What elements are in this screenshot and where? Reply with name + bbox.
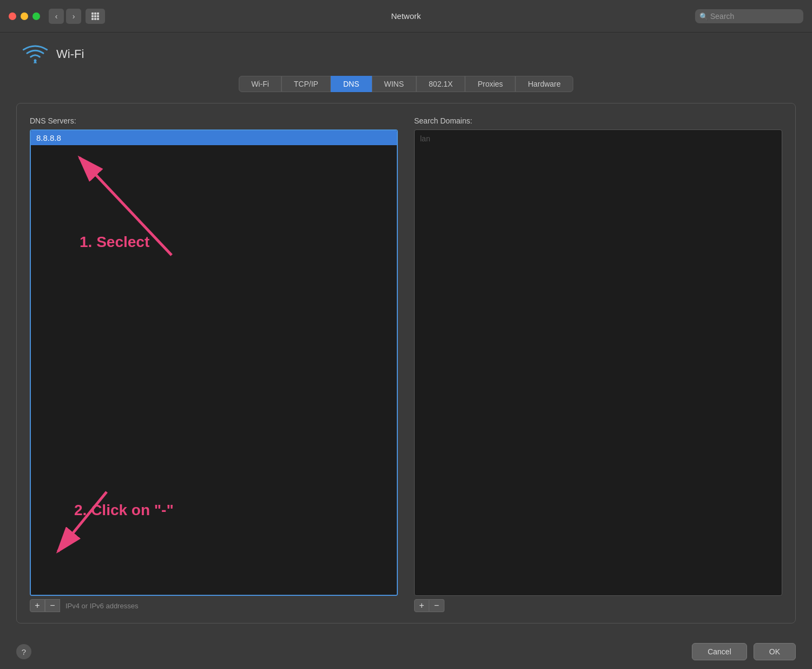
dns-remove-button[interactable]: − xyxy=(45,599,60,612)
svg-rect-3 xyxy=(91,15,94,17)
search-domains-controls: + − xyxy=(414,599,782,612)
search-container: 🔍 xyxy=(695,9,803,23)
tab-wifi[interactable]: Wi-Fi xyxy=(239,76,281,92)
window-title: Network xyxy=(391,11,421,21)
traffic-lights xyxy=(9,12,40,20)
cancel-button[interactable]: Cancel xyxy=(692,643,747,660)
sd-remove-button[interactable]: − xyxy=(429,599,444,612)
dns-hint: IPv4 or IPv6 addresses xyxy=(66,602,138,610)
svg-rect-8 xyxy=(97,18,99,20)
help-button[interactable]: ? xyxy=(16,644,31,659)
main-panel: DNS Servers: 8.8.8.8 xyxy=(16,103,796,623)
tab-8021x[interactable]: 802.1X xyxy=(416,76,465,92)
back-button[interactable]: ‹ xyxy=(49,9,64,24)
dns-servers-column: DNS Servers: 8.8.8.8 xyxy=(30,116,398,612)
tabs-bar: Wi-Fi TCP/IP DNS WINS 802.1X Proxies Har… xyxy=(16,76,796,92)
dns-list-container: 8.8.8.8 xyxy=(30,129,398,596)
dns-entry-selected[interactable]: 8.8.8.8 xyxy=(31,131,397,145)
wifi-header: Wi-Fi xyxy=(16,43,796,65)
content-area: Wi-Fi Wi-Fi TCP/IP DNS WINS 802.1X Proxi… xyxy=(0,33,812,634)
dns-list-empty xyxy=(31,145,397,595)
svg-rect-5 xyxy=(97,15,99,17)
forward-button[interactable]: › xyxy=(66,9,81,24)
search-icon: 🔍 xyxy=(699,12,708,20)
tab-tcpip[interactable]: TCP/IP xyxy=(281,76,331,92)
minimize-button[interactable] xyxy=(21,12,28,20)
tab-wins[interactable]: WINS xyxy=(372,76,417,92)
maximize-button[interactable] xyxy=(32,12,40,20)
sd-add-button[interactable]: + xyxy=(414,599,429,612)
close-button[interactable] xyxy=(9,12,16,20)
wifi-icon xyxy=(22,43,49,65)
dns-list-controls: + − IPv4 or IPv6 addresses xyxy=(30,599,398,612)
dns-list: 8.8.8.8 xyxy=(31,131,397,595)
ok-button[interactable]: OK xyxy=(754,643,796,660)
titlebar: ‹ › Network 🔍 xyxy=(0,0,812,33)
svg-rect-0 xyxy=(91,12,94,15)
columns: DNS Servers: 8.8.8.8 xyxy=(30,116,782,612)
tab-dns[interactable]: DNS xyxy=(331,76,372,92)
search-domains-label: Search Domains: xyxy=(414,116,782,125)
svg-point-9 xyxy=(34,59,37,62)
svg-rect-2 xyxy=(97,12,99,15)
bottom-bar: ? Cancel OK xyxy=(0,634,812,669)
svg-rect-7 xyxy=(94,18,96,20)
search-domains-placeholder: lan xyxy=(415,130,782,147)
svg-rect-1 xyxy=(94,12,96,15)
search-domains-container: lan xyxy=(414,129,782,596)
svg-rect-4 xyxy=(94,15,96,17)
dns-servers-label: DNS Servers: xyxy=(30,116,398,125)
nav-buttons: ‹ › xyxy=(49,9,105,24)
dns-add-button[interactable]: + xyxy=(30,599,45,612)
search-domains-column: Search Domains: lan + − xyxy=(414,116,782,612)
grid-button[interactable] xyxy=(86,9,105,24)
tab-proxies[interactable]: Proxies xyxy=(465,76,515,92)
svg-rect-6 xyxy=(91,18,94,20)
wifi-label: Wi-Fi xyxy=(56,47,84,61)
search-input[interactable] xyxy=(695,9,803,23)
tab-hardware[interactable]: Hardware xyxy=(515,76,573,92)
